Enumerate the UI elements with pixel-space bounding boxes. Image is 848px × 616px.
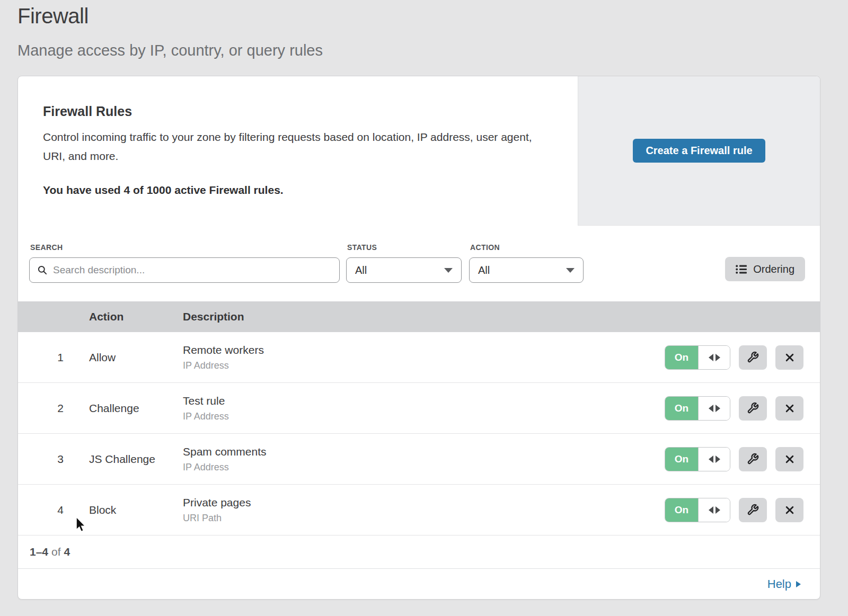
- arrow-right-icon: [716, 405, 720, 412]
- table-row: 1 Allow Remote workers IP Address On: [18, 332, 820, 383]
- create-firewall-rule-button[interactable]: Create a Firewall rule: [633, 139, 765, 163]
- rule-priority: 2: [47, 402, 74, 415]
- intro-description: Control incoming traffic to your zone by…: [43, 128, 544, 166]
- arrow-right-icon: [716, 506, 720, 514]
- rule-move-handle[interactable]: [698, 498, 730, 522]
- status-filter-group: STATUS All: [346, 242, 462, 301]
- arrow-left-icon: [709, 456, 713, 463]
- page-title: Firewall: [17, 4, 848, 28]
- delete-rule-button[interactable]: [775, 447, 803, 471]
- action-filter-group: ACTION All: [469, 242, 584, 301]
- edit-rule-button[interactable]: [739, 447, 767, 471]
- wrench-icon: [747, 402, 759, 414]
- description-column-header: Description: [183, 310, 820, 323]
- rule-priority: 1: [47, 351, 74, 364]
- close-icon: [784, 352, 795, 363]
- table-header: Action Description: [18, 301, 820, 332]
- rule-controls: On: [665, 498, 803, 522]
- rule-move-handle[interactable]: [698, 448, 730, 471]
- delete-rule-button[interactable]: [775, 396, 803, 421]
- action-select-value: All: [478, 264, 490, 276]
- help-link[interactable]: Help: [767, 577, 801, 591]
- rule-toggle-group: On: [665, 345, 730, 370]
- wrench-icon: [747, 504, 759, 516]
- pagination-of: of: [51, 546, 61, 558]
- table-row: 4 Block Private pages URI Path On: [18, 485, 820, 535]
- search-input[interactable]: [53, 264, 332, 276]
- table-row: 3 JS Challenge Spam comments IP Address …: [18, 434, 820, 485]
- rule-match-type: IP Address: [183, 462, 665, 473]
- chevron-down-icon: [444, 268, 453, 273]
- edit-rule-button[interactable]: [739, 345, 767, 370]
- firewall-rules-card: Firewall Rules Control incoming traffic …: [17, 76, 820, 600]
- action-column-header: Action: [89, 310, 167, 323]
- rule-controls: On: [665, 345, 803, 370]
- wrench-icon: [747, 351, 759, 363]
- help-arrow-icon: [796, 581, 801, 587]
- rule-toggle-group: On: [665, 447, 730, 471]
- rule-action: JS Challenge: [89, 453, 167, 466]
- rule-move-handle[interactable]: [698, 346, 730, 369]
- rule-controls: On: [665, 447, 803, 471]
- search-filter-group: SEARCH: [29, 242, 340, 301]
- rule-on-toggle[interactable]: On: [665, 346, 698, 369]
- edit-rule-button[interactable]: [739, 498, 767, 522]
- delete-rule-button[interactable]: [775, 345, 803, 370]
- arrow-right-icon: [716, 354, 720, 361]
- pagination-bar: 1–4 of 4: [18, 535, 820, 569]
- rule-on-toggle[interactable]: On: [665, 498, 698, 522]
- rule-action: Challenge: [89, 402, 167, 415]
- edit-rule-button[interactable]: [739, 396, 767, 421]
- rule-on-toggle[interactable]: On: [665, 397, 698, 420]
- rule-move-handle[interactable]: [698, 397, 730, 420]
- table-body: 1 Allow Remote workers IP Address On: [18, 332, 820, 535]
- action-select[interactable]: All: [469, 257, 584, 283]
- arrow-right-icon: [716, 456, 720, 463]
- help-link-label: Help: [767, 577, 791, 591]
- status-select[interactable]: All: [346, 257, 462, 283]
- rule-description: Remote workers: [183, 344, 665, 356]
- arrow-left-icon: [709, 506, 713, 514]
- rule-toggle-group: On: [665, 498, 730, 522]
- rule-description: Private pages: [183, 496, 665, 509]
- rule-match-type: IP Address: [183, 411, 665, 422]
- rule-priority: 3: [47, 453, 74, 466]
- wrench-icon: [747, 453, 759, 465]
- rule-match-type: URI Path: [183, 513, 665, 524]
- delete-rule-button[interactable]: [775, 498, 803, 522]
- rule-description: Test rule: [183, 395, 665, 407]
- page-subtitle: Manage access by IP, country, or query r…: [17, 42, 848, 59]
- rule-on-toggle[interactable]: On: [665, 448, 698, 471]
- intro-section: Firewall Rules Control incoming traffic …: [18, 76, 820, 226]
- close-icon: [784, 454, 795, 465]
- close-icon: [784, 505, 795, 515]
- rule-match-type: IP Address: [183, 360, 665, 371]
- status-select-value: All: [355, 264, 367, 276]
- filters-bar: SEARCH STATUS All ACTION All: [18, 226, 820, 301]
- rules-usage-text: You have used 4 of 1000 active Firewall …: [43, 184, 556, 197]
- search-icon: [37, 265, 48, 275]
- list-ordering-icon: [736, 264, 747, 274]
- arrow-left-icon: [709, 354, 713, 361]
- table-row: 2 Challenge Test rule IP Address On: [18, 383, 820, 434]
- rule-toggle-group: On: [665, 396, 730, 421]
- intro-heading: Firewall Rules: [43, 104, 556, 119]
- pagination-total: 4: [64, 546, 70, 558]
- search-label: SEARCH: [30, 243, 340, 252]
- action-label: ACTION: [470, 243, 584, 252]
- rule-action: Block: [89, 504, 167, 516]
- rule-action: Allow: [89, 351, 167, 364]
- ordering-button-label: Ordering: [753, 263, 794, 275]
- rule-controls: On: [665, 396, 803, 421]
- arrow-left-icon: [709, 405, 713, 412]
- help-bar: Help: [18, 569, 820, 599]
- rule-description: Spam comments: [183, 445, 665, 458]
- rule-description-cell: Spam comments IP Address: [183, 445, 665, 473]
- ordering-button[interactable]: Ordering: [725, 257, 805, 281]
- pagination-range: 1–4: [30, 546, 48, 558]
- close-icon: [784, 403, 795, 414]
- rule-description-cell: Test rule IP Address: [183, 395, 665, 422]
- search-box[interactable]: [29, 257, 340, 283]
- rule-description-cell: Private pages URI Path: [183, 496, 665, 524]
- rule-description-cell: Remote workers IP Address: [183, 344, 665, 371]
